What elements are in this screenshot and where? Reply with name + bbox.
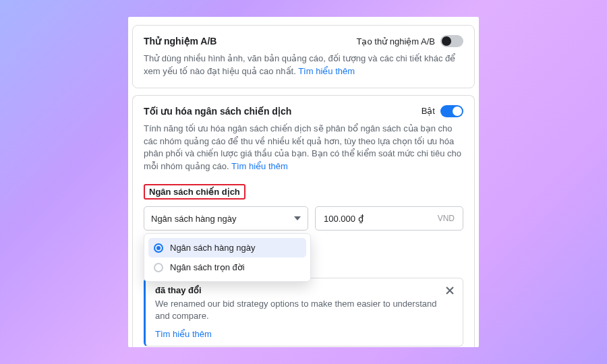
chevron-down-icon — [294, 216, 301, 220]
ab-test-title: Thử nghiệm A/B — [144, 36, 216, 47]
budget-amount-input[interactable]: 100.000 ₫ VND — [315, 206, 463, 231]
budget-optimization-card: Tối ưu hóa ngân sách chiến dịch Bật Tính… — [132, 95, 475, 347]
radio-icon — [154, 263, 163, 272]
campaign-budget-label: Ngân sách chiến dịch — [144, 184, 245, 200]
budget-description: Tính năng tối ưu hóa ngân sách chiến dịc… — [144, 123, 463, 173]
currency-label: VND — [438, 214, 455, 223]
toggle-switch-icon — [440, 35, 463, 47]
ab-test-toggle-label: Tạo thử nghiệm A/B — [357, 36, 436, 47]
budget-learn-more-link[interactable]: Tìm hiểu thêm — [231, 161, 288, 171]
ab-test-description: Thử dùng nhiều hình ảnh, văn bản quảng c… — [144, 53, 463, 78]
budget-toggle-label: Bật — [422, 106, 435, 116]
ab-test-learn-more-link[interactable]: Tìm hiểu thêm — [298, 66, 355, 76]
budget-title: Tối ưu hóa ngân sách chiến dịch — [144, 106, 291, 117]
toggle-switch-icon — [440, 105, 463, 117]
ab-test-toggle[interactable]: Tạo thử nghiệm A/B — [357, 35, 464, 47]
budget-amount-value: 100.000 ₫ — [324, 214, 364, 224]
notice-title: đã thay đổi — [155, 285, 453, 295]
notice-learn-more-link[interactable]: Tìm hiểu thêm — [155, 329, 453, 339]
budget-toggle[interactable]: Bật — [422, 105, 463, 117]
radio-icon — [154, 243, 163, 253]
option-daily-budget[interactable]: Ngân sách hàng ngày — [148, 238, 306, 257]
budget-type-dropdown: Ngân sách hàng ngày Ngân sách trọn đời — [144, 233, 311, 282]
ab-test-card: Thử nghiệm A/B Tạo thử nghiệm A/B Thử dù… — [132, 25, 475, 88]
settings-panel: Thử nghiệm A/B Tạo thử nghiệm A/B Thử dù… — [128, 17, 479, 347]
close-icon[interactable] — [444, 285, 456, 297]
budget-type-value: Ngân sách hàng ngày — [151, 214, 236, 224]
option-lifetime-budget[interactable]: Ngân sách trọn đời — [148, 257, 306, 277]
bid-strategy-notice: đã thay đổi We renamed our bid strategy … — [144, 278, 463, 346]
notice-body: We renamed our bid strategy options to m… — [155, 298, 453, 322]
budget-type-select[interactable]: Ngân sách hàng ngày — [144, 206, 308, 231]
